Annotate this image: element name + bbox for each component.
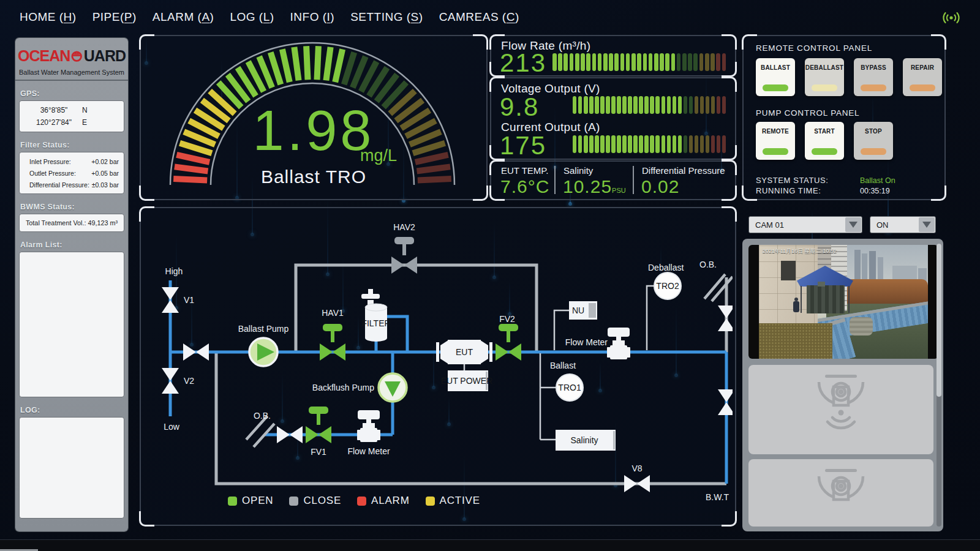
filter-unit[interactable]: FILTER bbox=[361, 289, 391, 342]
bar-segment bbox=[688, 53, 692, 71]
button-label: STOP bbox=[865, 128, 882, 135]
bar-segment bbox=[633, 135, 637, 153]
filter-status-box: Inlet Pressure:+0.02 bar Outlet Pressure… bbox=[19, 152, 124, 194]
camera-timestamp: 2021年11月16日 星期二 10:52 bbox=[763, 247, 837, 255]
nav-cameras[interactable]: CAMREAS (C) bbox=[439, 10, 519, 24]
status-pill bbox=[812, 84, 837, 91]
valve-v2[interactable] bbox=[162, 368, 179, 394]
eut-unit[interactable]: EUT bbox=[436, 340, 492, 364]
bar-segment bbox=[620, 53, 625, 71]
bar-segment bbox=[650, 135, 654, 153]
alarm-list-box[interactable] bbox=[19, 252, 124, 397]
nav-log[interactable]: LOG (L) bbox=[230, 10, 274, 24]
bar-segment bbox=[660, 53, 664, 71]
remote-button[interactable]: REMOTE bbox=[756, 122, 795, 160]
bar-segment bbox=[682, 53, 687, 71]
bar-segment bbox=[655, 135, 659, 153]
flow-meter-1[interactable] bbox=[357, 410, 380, 442]
bar-segment bbox=[606, 96, 609, 114]
stop-button[interactable]: STOP bbox=[854, 122, 893, 160]
bar-segment bbox=[655, 96, 659, 114]
tro-gauge-panel: 1.98 mg/L Ballast TRO bbox=[140, 35, 488, 200]
bar-segment bbox=[628, 135, 631, 153]
filter-status-header: Filter Status: bbox=[20, 141, 123, 149]
status-pill bbox=[763, 84, 788, 91]
bar-segment bbox=[695, 135, 698, 153]
nav-info[interactable]: INFO (I) bbox=[290, 10, 335, 24]
nav-pipe[interactable]: PIPE(P) bbox=[92, 10, 137, 24]
flow-meter-2[interactable] bbox=[607, 328, 630, 359]
log-box[interactable] bbox=[19, 417, 124, 519]
bar-segment bbox=[678, 96, 682, 114]
dp-label: Differential Pressure bbox=[642, 165, 725, 176]
salinity-value: 10.25PSU bbox=[563, 176, 626, 197]
valve-v8[interactable] bbox=[624, 475, 650, 492]
button-label: REPAIR bbox=[911, 64, 934, 71]
chevron-down-icon[interactable] bbox=[919, 217, 935, 232]
camera-scrollbar[interactable] bbox=[937, 244, 941, 527]
flow-rate-panel: Flow Rate (m³/h) 213 bbox=[490, 35, 736, 77]
bar-segment bbox=[700, 135, 704, 153]
bar-segment bbox=[689, 135, 693, 153]
system-status-value: Ballast On bbox=[860, 176, 895, 185]
tro1-sensor[interactable]: TRO1 bbox=[556, 374, 583, 401]
bar-segment bbox=[667, 96, 671, 114]
bar-segment bbox=[722, 96, 726, 114]
camera-placeholder-2[interactable] bbox=[748, 459, 933, 527]
bar-segment bbox=[667, 135, 671, 153]
bar-segment bbox=[678, 135, 682, 153]
ballast-pump[interactable] bbox=[249, 338, 277, 366]
camera-feed-cam01[interactable]: 2021年11月16日 星期二 10:52 bbox=[748, 245, 938, 359]
nu-box: NU bbox=[569, 301, 597, 320]
valve-hav2[interactable] bbox=[391, 237, 417, 274]
bar-segment bbox=[589, 96, 593, 114]
overboard-symbol-right bbox=[704, 274, 733, 301]
valve-ob-discharge[interactable] bbox=[277, 426, 303, 443]
divider bbox=[633, 166, 634, 194]
camera-placeholder-1[interactable] bbox=[748, 365, 933, 454]
tro2-sensor[interactable]: TRO2 bbox=[654, 272, 681, 299]
nav-alarm[interactable]: ALARM (A) bbox=[153, 10, 214, 24]
camera-power-dropdown[interactable]: ON bbox=[870, 216, 936, 233]
eut-temp-label: EUT TEMP. bbox=[501, 165, 549, 176]
bypass-button[interactable]: BYPASS bbox=[854, 58, 893, 96]
valve-hav1[interactable] bbox=[320, 324, 345, 361]
bar-segment bbox=[644, 135, 648, 153]
backflush-pump[interactable] bbox=[379, 373, 407, 402]
corner-bracket bbox=[139, 511, 154, 527]
bottom-bar bbox=[0, 539, 980, 551]
svg-text:TRO1: TRO1 bbox=[558, 383, 581, 392]
bwms-status-header: BWMS Status: bbox=[20, 203, 123, 211]
current-bar bbox=[573, 135, 728, 153]
valve-fv1[interactable] bbox=[306, 407, 331, 443]
camera-select-dropdown[interactable]: CAM 01 bbox=[748, 216, 862, 233]
repair-button[interactable]: REPAIR bbox=[903, 58, 942, 96]
deballast-button[interactable]: DEBALLAST bbox=[805, 58, 844, 96]
start-button[interactable]: START bbox=[805, 122, 844, 160]
label-v1: V1 bbox=[184, 295, 194, 305]
bar-segment bbox=[578, 96, 582, 114]
svg-text:FILTER: FILTER bbox=[361, 318, 390, 328]
label-flow-meter-2: Flow Meter bbox=[565, 337, 608, 347]
corner-bracket bbox=[489, 186, 505, 201]
bar-segment bbox=[717, 135, 720, 153]
brand-logo: OCEAN UARD Ballast Water Management Syst… bbox=[15, 38, 128, 81]
gps-header: GPS: bbox=[20, 89, 123, 98]
button-label: DEBALLAST bbox=[805, 64, 843, 71]
ballast-button[interactable]: BALLAST bbox=[756, 58, 795, 96]
corner-bracket bbox=[139, 206, 154, 222]
valve-v1[interactable] bbox=[162, 287, 179, 313]
running-time-value: 00:35:19 bbox=[860, 187, 890, 195]
legend-swatch bbox=[357, 497, 366, 506]
dome-camera-icon bbox=[812, 468, 870, 527]
status-pill bbox=[812, 148, 837, 155]
valve-fv2[interactable] bbox=[496, 324, 521, 361]
nav-home[interactable]: HOME (H) bbox=[20, 10, 77, 24]
bar-segment bbox=[673, 96, 676, 114]
voltage-value: 9.8 bbox=[500, 94, 539, 120]
chevron-down-icon[interactable] bbox=[845, 217, 861, 232]
scrollbar-thumb[interactable] bbox=[937, 244, 941, 397]
nav-setting[interactable]: SETTING (S) bbox=[350, 10, 423, 24]
flow-rate-value: 213 bbox=[500, 50, 546, 76]
valve-sea-inlet[interactable] bbox=[183, 343, 209, 361]
